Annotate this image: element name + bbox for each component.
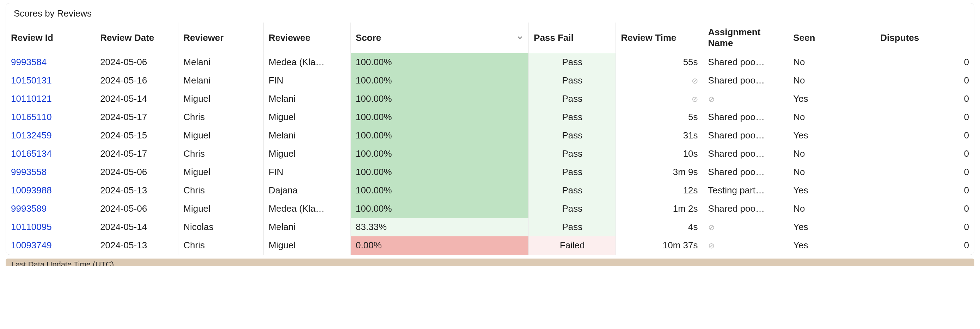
- col-header-reviewer[interactable]: Reviewer: [178, 22, 264, 53]
- cell-review-id: 10132459: [6, 126, 95, 145]
- col-header-review-id[interactable]: Review Id: [6, 22, 95, 53]
- cell-review-date: 2024-05-17: [95, 108, 178, 126]
- cell-score: 100.00%: [351, 200, 529, 218]
- cell-reviewer: Miguel: [178, 90, 264, 108]
- cell-review-id: 10110095: [6, 218, 95, 236]
- cell-assignment-name: ⊘: [703, 236, 788, 255]
- cell-reviewer: Chris: [178, 181, 264, 200]
- cell-review-id: 10093988: [6, 181, 95, 200]
- cell-reviewee: FIN: [263, 163, 350, 181]
- cell-score: 100.00%: [351, 108, 529, 126]
- table-header-row: Review Id Review Date Reviewer Reviewee …: [6, 22, 974, 53]
- cell-reviewer: Miguel: [178, 200, 264, 218]
- scores-table: Review Id Review Date Reviewer Reviewee …: [6, 22, 974, 255]
- review-id-link[interactable]: 10165110: [11, 112, 52, 122]
- review-id-link[interactable]: 9993589: [11, 203, 46, 214]
- cell-reviewer: Miguel: [178, 163, 264, 181]
- last-update-label: Last Data Update Time (UTC): [11, 260, 114, 266]
- col-header-review-date[interactable]: Review Date: [95, 22, 178, 53]
- table-row: 101651102024-05-17ChrisMiguel100.00%Pass…: [6, 108, 974, 126]
- cell-pass-fail: Pass: [529, 218, 616, 236]
- cell-score: 100.00%: [351, 145, 529, 163]
- cell-disputes: 0: [875, 200, 974, 218]
- review-id-link[interactable]: 9993584: [11, 57, 46, 67]
- cell-seen: No: [788, 163, 875, 181]
- cell-assignment-name: Testing part…: [703, 181, 788, 200]
- cell-reviewee: Medea (Kla…: [263, 200, 350, 218]
- col-header-pass-fail[interactable]: Pass Fail: [529, 22, 616, 53]
- table-row: 101101212024-05-14MiguelMelani100.00%Pas…: [6, 90, 974, 108]
- cell-score: 100.00%: [351, 126, 529, 145]
- cell-assignment-name: Shared poo…: [703, 200, 788, 218]
- col-header-reviewee[interactable]: Reviewee: [263, 22, 350, 53]
- cell-disputes: 0: [875, 72, 974, 90]
- review-id-link[interactable]: 10165134: [11, 148, 52, 159]
- cell-score: 0.00%: [351, 236, 529, 255]
- cell-pass-fail: Pass: [529, 200, 616, 218]
- cell-review-date: 2024-05-14: [95, 218, 178, 236]
- cell-review-date: 2024-05-13: [95, 236, 178, 255]
- cell-review-id: 10093749: [6, 236, 95, 255]
- cell-seen: Yes: [788, 181, 875, 200]
- cell-review-time: 3m 9s: [616, 163, 703, 181]
- cell-review-time: 4s: [616, 218, 703, 236]
- scores-by-reviews-panel: Scores by Reviews Review Id Review Date …: [6, 3, 974, 255]
- cell-score: 100.00%: [351, 181, 529, 200]
- cell-review-date: 2024-05-17: [95, 145, 178, 163]
- cell-reviewer: Melani: [178, 53, 264, 72]
- null-icon: ⊘: [708, 95, 714, 104]
- cell-reviewer: Chris: [178, 236, 264, 255]
- cell-disputes: 0: [875, 145, 974, 163]
- cell-reviewer: Chris: [178, 108, 264, 126]
- cell-pass-fail: Failed: [529, 236, 616, 255]
- cell-assignment-name: ⊘: [703, 218, 788, 236]
- review-id-link[interactable]: 10110095: [11, 222, 52, 232]
- cell-disputes: 0: [875, 53, 974, 72]
- col-header-score[interactable]: Score: [351, 22, 529, 53]
- cell-disputes: 0: [875, 236, 974, 255]
- cell-assignment-name: Shared poo…: [703, 163, 788, 181]
- table-row: 100939882024-05-13ChrisDajana100.00%Pass…: [6, 181, 974, 200]
- cell-reviewee: Dajana: [263, 181, 350, 200]
- chevron-down-icon: [516, 34, 523, 41]
- table-row: 99935842024-05-06MelaniMedea (Kla…100.00…: [6, 53, 974, 72]
- table-row: 101501312024-05-16MelaniFIN100.00%Pass⊘S…: [6, 72, 974, 90]
- cell-reviewee: Miguel: [263, 236, 350, 255]
- cell-seen: Yes: [788, 218, 875, 236]
- cell-review-time: 1m 2s: [616, 200, 703, 218]
- cell-assignment-name: Shared poo…: [703, 72, 788, 90]
- col-header-seen[interactable]: Seen: [788, 22, 875, 53]
- review-id-link[interactable]: 10110121: [11, 93, 52, 104]
- last-update-bar: Last Data Update Time (UTC): [6, 259, 974, 266]
- cell-seen: Yes: [788, 236, 875, 255]
- cell-pass-fail: Pass: [529, 108, 616, 126]
- cell-review-id: 10165134: [6, 145, 95, 163]
- cell-review-date: 2024-05-06: [95, 200, 178, 218]
- cell-pass-fail: Pass: [529, 163, 616, 181]
- cell-review-time: 55s: [616, 53, 703, 72]
- cell-review-id: 9993584: [6, 53, 95, 72]
- col-header-review-time[interactable]: Review Time: [616, 22, 703, 53]
- cell-seen: No: [788, 53, 875, 72]
- col-header-disputes[interactable]: Disputes: [875, 22, 974, 53]
- cell-score: 100.00%: [351, 72, 529, 90]
- review-id-link[interactable]: 10093988: [11, 185, 52, 195]
- cell-review-date: 2024-05-14: [95, 90, 178, 108]
- table-row: 99935892024-05-06MiguelMedea (Kla…100.00…: [6, 200, 974, 218]
- col-header-assignment-name[interactable]: Assignment Name: [703, 22, 788, 53]
- review-id-link[interactable]: 10132459: [11, 130, 52, 141]
- cell-reviewee: Medea (Kla…: [263, 53, 350, 72]
- review-id-link[interactable]: 10093749: [11, 240, 52, 250]
- cell-seen: No: [788, 145, 875, 163]
- table-row: 101324592024-05-15MiguelMelani100.00%Pas…: [6, 126, 974, 145]
- cell-seen: Yes: [788, 90, 875, 108]
- review-id-link[interactable]: 10150131: [11, 75, 52, 86]
- cell-review-date: 2024-05-06: [95, 163, 178, 181]
- cell-disputes: 0: [875, 126, 974, 145]
- table-row: 101651342024-05-17ChrisMiguel100.00%Pass…: [6, 145, 974, 163]
- cell-review-date: 2024-05-16: [95, 72, 178, 90]
- cell-pass-fail: Pass: [529, 90, 616, 108]
- cell-review-id: 9993558: [6, 163, 95, 181]
- cell-reviewee: FIN: [263, 72, 350, 90]
- review-id-link[interactable]: 9993558: [11, 167, 46, 177]
